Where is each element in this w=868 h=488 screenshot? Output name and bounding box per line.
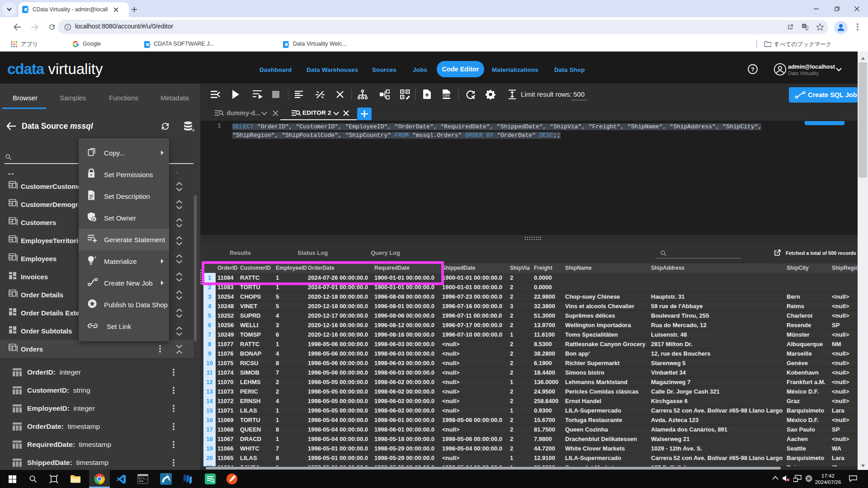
- svg-text:?: ?: [751, 66, 755, 73]
- svg-text:e: e: [93, 217, 95, 221]
- svg-text:G: G: [803, 24, 806, 28]
- svg-text:C:\...: C:\...: [139, 477, 148, 480]
- svg-text:CSV: CSV: [443, 94, 449, 98]
- svg-text:c: c: [193, 128, 195, 132]
